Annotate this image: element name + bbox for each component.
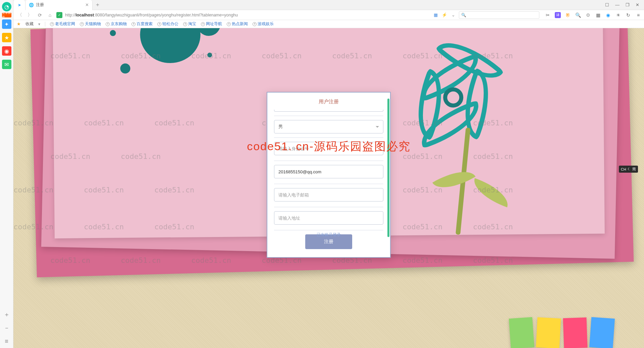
url-display[interactable]: http://localhost:8080/fangyiwuzhiguanli/… [65, 13, 238, 17]
nav-back-icon[interactable]: 〈 [16, 12, 23, 18]
bookmark-icon: ✦ [80, 22, 84, 26]
globe2-icon[interactable]: ◉ [605, 12, 611, 18]
address-input[interactable] [274, 211, 383, 225]
sun-icon[interactable]: ☀ [615, 12, 621, 18]
sidebar-login-badge[interactable]: 登录账号 [2, 13, 11, 17]
bookmark-label: 百度搜索 [137, 21, 153, 27]
nav-reload-icon[interactable]: ⟳ [36, 12, 44, 18]
ime-indicator[interactable]: CH ☾ 简 [619, 166, 638, 173]
bookmark-2[interactable]: ✦京东购物 [106, 21, 127, 27]
tab-title: 注册 [36, 2, 44, 8]
win-btn-1[interactable]: ☐ [605, 2, 609, 7]
sidebar-btn-1[interactable]: ✦ [2, 19, 11, 29]
sidebar-menu-icon[interactable]: ≡ [2, 337, 11, 346]
nav-home-icon[interactable]: ⌂ [46, 12, 54, 18]
tab-strip: ➤ 🌐 注册 ✕ ＋ ☐ — ❐ ✕ [13, 0, 644, 10]
address-bar: 〈 〉 ⟳ ⌂ ✓ http://localhost:8080/fangyiwu… [13, 10, 644, 20]
search-input[interactable]: 🔍 [459, 11, 539, 19]
favorites-star-icon[interactable]: ★ [17, 21, 21, 26]
scissors-icon[interactable]: ✂ [545, 12, 551, 18]
idcard-input[interactable] [274, 142, 383, 155]
lightning-icon[interactable]: ⚡ [441, 12, 447, 18]
bookmark-bar: ★ 收藏 ▾ ✦老毛桃官网 ✦天猫购物 ✦京东购物 ✦百度搜索 ✦轻松办公 ✦淘… [13, 20, 644, 28]
win-minimize[interactable]: — [615, 2, 620, 7]
globe-icon: 🌐 [29, 3, 34, 7]
puzzle-icon[interactable]: ⚙ [585, 12, 591, 18]
bookmark-label: 游戏娱乐 [258, 21, 274, 27]
bookmark-label: 网址导航 [206, 21, 222, 27]
bookmark-icon: ✦ [50, 22, 54, 26]
bookmark-icon: ✦ [227, 22, 231, 26]
bookmark-label: 京东购物 [111, 21, 127, 27]
hamburger-icon[interactable]: ≡ [635, 12, 641, 18]
browser-sidebar: ◔ 登录账号 ✦ ★ ◉ ✉ ＋ － ≡ [0, 0, 13, 348]
bookmark-1[interactable]: ✦天猫购物 [80, 21, 101, 27]
search-icon: 🔍 [461, 13, 466, 17]
window-controls: ☐ — ❐ ✕ [605, 2, 644, 7]
tab-compass[interactable]: ➤ [13, 0, 25, 10]
bookmark-8[interactable]: ✦游戏娱乐 [253, 21, 274, 27]
bookmark-label: 淘宝 [188, 21, 196, 27]
prev-field-bottom[interactable] [274, 110, 383, 112]
bookmark-5[interactable]: ✦淘宝 [183, 21, 196, 27]
card-scrollbar[interactable] [387, 99, 389, 237]
gender-select[interactable]: 男 [274, 120, 383, 133]
refresh2-icon[interactable]: ↻ [625, 12, 631, 18]
bookmark-icon: ✦ [183, 22, 187, 26]
compass-icon: ➤ [18, 3, 21, 7]
register-title: 用户注册 [274, 99, 383, 105]
bookmark-icon: ✦ [131, 22, 136, 26]
bookmark-icon: ✦ [157, 22, 161, 26]
qr-icon[interactable]: ▦ [433, 12, 439, 18]
bookmark-7[interactable]: ✦热点新闻 [227, 21, 248, 27]
bookmark-0[interactable]: ✦老毛桃官网 [50, 21, 75, 27]
bookmark-label: 轻松办公 [162, 21, 178, 27]
security-shield-icon[interactable]: ✓ [56, 12, 62, 18]
translate-icon[interactable]: 译 [555, 12, 561, 18]
sticky-note-1 [509, 317, 534, 348]
moon-icon: ☾ [628, 167, 631, 171]
ime-lang: CH [621, 167, 626, 171]
sidebar-btn-2[interactable]: ★ [2, 33, 11, 42]
shield-orange-icon[interactable]: ⛨ [565, 12, 571, 18]
login-link[interactable]: 已有账号登录 [317, 232, 341, 238]
sticky-note-4 [589, 317, 615, 348]
bookmark-icon: ✦ [201, 22, 205, 26]
url-path: :8080/fangyiwuzhiguanli/front/pages/yong… [94, 13, 238, 17]
grid-icon[interactable]: ▦ [595, 12, 601, 18]
page-viewport: code51.cn code51.cn code51.cn code51.cn … [13, 28, 644, 348]
sticky-note-3 [563, 317, 587, 348]
nav-forward-icon[interactable]: 〉 [26, 12, 34, 18]
sidebar-btn-4[interactable]: ✉ [2, 60, 11, 69]
tab-close-icon[interactable]: ✕ [85, 2, 89, 7]
url-prefix: http:// [65, 13, 75, 17]
bookmark-4[interactable]: ✦轻松办公 [157, 21, 178, 27]
ime-mode: 简 [632, 167, 636, 172]
sidebar-add-icon[interactable]: ＋ [2, 310, 11, 319]
sidebar-btn-3[interactable]: ◉ [2, 46, 11, 56]
chevron-down-icon[interactable]: ⌄ [450, 12, 456, 18]
bookmark-icon: ✦ [106, 22, 110, 26]
win-maximize[interactable]: ❐ [626, 2, 630, 7]
browser-logo-icon[interactable]: ◔ [2, 2, 11, 11]
bookmark-3[interactable]: ✦百度搜索 [131, 21, 153, 27]
zoom-icon[interactable]: 🔍 [575, 12, 581, 18]
bookmark-label: 老毛桃官网 [55, 21, 75, 27]
win-close[interactable]: ✕ [636, 2, 639, 7]
sidebar-zoom-out-icon[interactable]: － [2, 323, 11, 333]
email-input[interactable] [274, 188, 383, 201]
gender-value: 男 [278, 124, 283, 130]
bookmark-label: 天猫购物 [85, 21, 101, 27]
bookmark-icon: ✦ [253, 22, 257, 26]
bookmark-6[interactable]: ✦网址导航 [201, 21, 222, 27]
bookmark-label: 热点新闻 [232, 21, 248, 27]
favorites-label[interactable]: 收藏 [25, 21, 34, 27]
new-tab-button[interactable]: ＋ [93, 1, 103, 8]
tab-register[interactable]: 🌐 注册 ✕ [25, 0, 93, 10]
qq-input[interactable] [274, 165, 383, 178]
sticky-note-2 [536, 317, 561, 348]
url-host: localhost [75, 13, 94, 17]
